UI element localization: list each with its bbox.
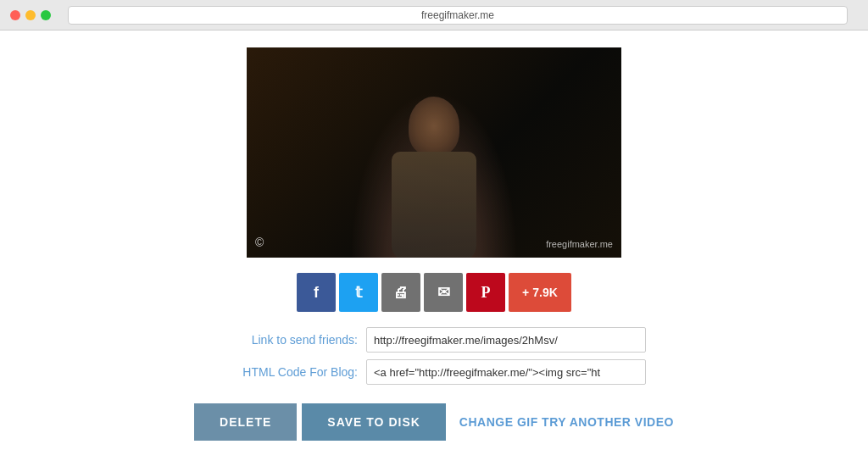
close-button[interactable] (10, 10, 20, 20)
social-share-bar: f 𝕥 🖨 ✉ P + 7.9K (297, 273, 571, 312)
link-label: Link to send friends: (222, 333, 358, 347)
gif-display: © freegifmaker.me (247, 47, 621, 258)
browser-content: © freegifmaker.me f 𝕥 🖨 ✉ P + 7.9K Link … (0, 31, 868, 461)
link-row: Link to send friends: (222, 327, 646, 353)
plus-share-button[interactable]: + 7.9K (509, 273, 571, 312)
twitter-icon: 𝕥 (355, 283, 362, 302)
pinterest-share-button[interactable]: P (466, 273, 505, 312)
html-label: HTML Code For Blog: (222, 365, 358, 379)
facebook-icon: f (314, 284, 319, 302)
html-row: HTML Code For Blog: (222, 359, 646, 385)
facebook-share-button[interactable]: f (297, 273, 336, 312)
html-input[interactable] (366, 359, 646, 385)
delete-button[interactable]: DELETE (194, 403, 297, 441)
maximize-button[interactable] (41, 10, 51, 20)
email-icon: ✉ (437, 283, 450, 302)
address-bar[interactable]: freegifmaker.me (68, 6, 848, 25)
minimize-button[interactable] (25, 10, 36, 20)
pinterest-icon: P (481, 284, 491, 302)
print-share-button[interactable]: 🖨 (381, 273, 420, 312)
watermark-right: freegifmaker.me (546, 239, 613, 249)
twitter-share-button[interactable]: 𝕥 (339, 273, 378, 312)
action-buttons: DELETE SAVE TO DISK CHANGE GIF TRY ANOTH… (194, 403, 674, 441)
plus-count: 7.9K (532, 286, 558, 299)
watermark-left: © (255, 236, 264, 249)
save-to-disk-button[interactable]: SAVE TO DISK (302, 403, 446, 441)
gif-figure (349, 88, 519, 258)
link-input[interactable] (366, 327, 646, 353)
print-icon: 🖨 (393, 284, 409, 302)
traffic-lights (10, 10, 51, 20)
plus-icon: + (522, 286, 529, 299)
email-share-button[interactable]: ✉ (424, 273, 463, 312)
browser-chrome: freegifmaker.me (0, 0, 868, 31)
change-gif-link[interactable]: CHANGE GIF TRY ANOTHER VIDEO (459, 415, 674, 429)
link-fields: Link to send friends: HTML Code For Blog… (222, 327, 646, 385)
